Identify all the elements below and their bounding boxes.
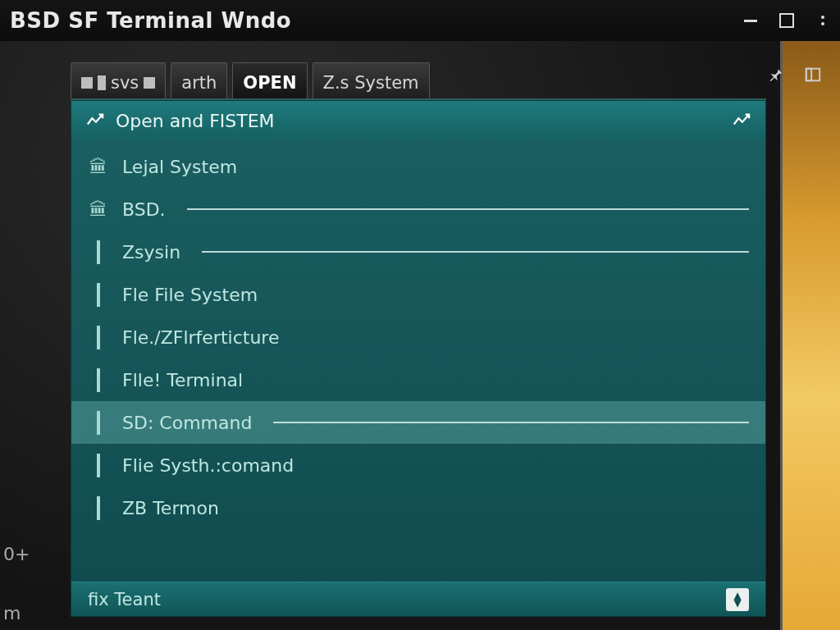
document-icon <box>88 498 109 518</box>
tab-label: Z.s System <box>323 73 419 93</box>
item-list: 🏛 Lejal System 🏛 BSD. Zsysin Fle File Sy… <box>71 140 765 529</box>
list-item[interactable]: SD: Command <box>71 401 765 444</box>
tab-square-icon <box>81 77 93 89</box>
document-icon <box>88 285 109 305</box>
list-item[interactable]: Fle File System <box>71 273 765 316</box>
item-label: Flle! Terminal <box>122 370 243 390</box>
tab-zs-system[interactable]: Z.s System <box>313 62 430 98</box>
list-item[interactable]: ZB Termon <box>71 486 765 529</box>
list-item[interactable]: Zsysin <box>71 231 765 273</box>
panel-header: Open and FISTEM <box>71 101 765 140</box>
item-label: Fle./ZFlrferticture <box>122 327 279 348</box>
panel-header-label: Open and FISTEM <box>116 111 275 131</box>
item-label: Fle File System <box>122 285 258 305</box>
document-icon <box>88 413 109 433</box>
tab-label: arth <box>181 73 217 93</box>
document-icon <box>88 370 109 390</box>
item-label: BSD. <box>122 199 166 220</box>
tabstrip-actions <box>766 66 822 89</box>
gutter-plus: 0+ <box>3 544 30 564</box>
svg-rect-0 <box>806 69 820 81</box>
tab-label: svs <box>111 73 139 93</box>
pin-icon[interactable] <box>766 66 784 89</box>
footer-label: fix Teant <box>88 590 161 609</box>
building-icon: 🏛 <box>88 199 109 220</box>
trend-icon <box>86 111 104 131</box>
item-label: Lejal System <box>122 157 237 177</box>
window-controls <box>743 13 830 28</box>
gutter-m: m <box>3 603 21 623</box>
desktop-sliver <box>783 41 840 630</box>
minimize-button[interactable] <box>743 13 758 28</box>
more-button[interactable] <box>815 13 830 28</box>
tab-square-icon <box>144 77 155 89</box>
left-gutter: 0+ m <box>0 41 66 630</box>
list-item[interactable]: 🏛 BSD. <box>71 188 765 231</box>
maximize-button[interactable] <box>779 13 794 28</box>
building-icon: 🏛 <box>88 157 109 177</box>
svg-rect-1 <box>806 69 811 81</box>
list-item[interactable]: Flle! Terminal <box>71 358 765 401</box>
item-label: Zsysin <box>122 242 180 262</box>
panel-icon[interactable] <box>804 66 822 89</box>
item-label: ZB Termon <box>122 498 219 518</box>
tab-bar-icon <box>98 75 106 90</box>
list-item[interactable]: Fle./ZFlrferticture <box>71 316 765 358</box>
divider-line <box>202 251 749 253</box>
item-label: Flie Systh.:comand <box>122 455 294 476</box>
list-item[interactable]: Flie Systh.:comand <box>71 444 765 486</box>
tab-label: OPEN <box>243 73 296 93</box>
tab-svs[interactable]: svs <box>71 62 166 98</box>
trend-icon[interactable] <box>733 111 751 131</box>
document-icon <box>88 455 109 476</box>
tab-arth[interactable]: arth <box>171 62 227 98</box>
sort-toggle[interactable]: ▲▼ <box>726 588 749 611</box>
divider-line <box>273 422 749 423</box>
panel-footer: fix Teant ▲▼ <box>71 582 765 616</box>
titlebar: BSD SF Terminal Wndo <box>0 0 840 41</box>
tab-open[interactable]: OPEN <box>232 62 307 98</box>
window-title: BSD SF Terminal Wndo <box>10 8 743 33</box>
document-icon <box>88 327 109 348</box>
list-item[interactable]: 🏛 Lejal System <box>71 145 765 188</box>
item-label: SD: Command <box>122 413 252 433</box>
document-icon <box>88 242 109 262</box>
divider-line <box>187 208 749 210</box>
tab-strip: svs arth OPEN Z.s System <box>71 62 766 100</box>
main-panel: Open and FISTEM 🏛 Lejal System 🏛 BSD. Zs… <box>71 100 766 617</box>
